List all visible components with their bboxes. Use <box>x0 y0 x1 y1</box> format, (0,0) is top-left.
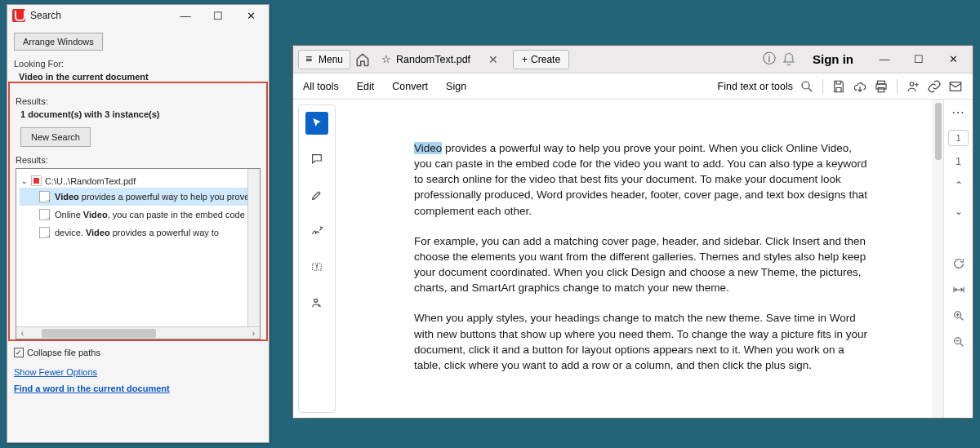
content-scrollbar[interactable] <box>932 100 943 418</box>
search-title: Search <box>30 10 169 21</box>
convert-button[interactable]: Convert <box>392 81 428 92</box>
tab-close-button[interactable]: ✕ <box>482 53 505 66</box>
pdf-icon <box>31 175 42 186</box>
left-tool-rail <box>298 104 336 413</box>
zoom-in-icon[interactable] <box>951 308 967 324</box>
edit-button[interactable]: Edit <box>357 81 375 92</box>
result-hit[interactable]: Online Video, you can paste in the embed… <box>20 206 256 224</box>
print-icon[interactable] <box>874 79 889 94</box>
zoom-out-icon[interactable] <box>951 334 967 350</box>
maximize-button[interactable]: ☐ <box>202 6 234 25</box>
collapse-paths-checkbox[interactable]: ✓ Collapse file paths <box>14 348 262 357</box>
maximize-button[interactable]: ☐ <box>904 50 933 69</box>
bell-icon[interactable] <box>782 52 796 67</box>
show-fewer-options-link[interactable]: Show Fewer Options <box>14 367 262 377</box>
hit-icon <box>39 209 50 220</box>
minimize-button[interactable]: — <box>870 50 899 69</box>
results-tree[interactable]: ⌄ C:\U..\RandomText.pdf Video provides a… <box>16 168 261 339</box>
search-titlebar[interactable]: Search — ☐ ✕ <box>7 5 269 26</box>
share-user-icon[interactable] <box>906 79 920 94</box>
mail-icon[interactable] <box>948 79 963 94</box>
results-vscroll[interactable] <box>247 169 260 326</box>
reader-titlebar[interactable]: Menu ☆ RandomText.pdf ✕ +Create ⓘ Sign i… <box>293 46 973 73</box>
plus-icon: + <box>522 54 528 65</box>
results-summary: 1 document(s) with 3 instance(s) <box>16 109 261 119</box>
checkbox-icon[interactable]: ✓ <box>14 348 24 357</box>
fit-width-icon[interactable] <box>951 282 967 298</box>
save-icon[interactable] <box>831 79 846 94</box>
home-icon[interactable] <box>355 52 370 67</box>
hamburger-icon <box>305 54 315 65</box>
result-hit[interactable]: Video provides a powerful way to help yo… <box>20 188 256 206</box>
svg-rect-3 <box>878 87 884 91</box>
document-tab[interactable]: ☆ RandomText.pdf <box>375 53 477 65</box>
menu-button[interactable]: Menu <box>298 50 350 69</box>
svg-point-0 <box>802 82 809 89</box>
all-tools-button[interactable]: All tools <box>303 81 339 92</box>
sign-tool-icon[interactable] <box>305 220 328 242</box>
svg-point-7 <box>314 299 318 302</box>
new-search-button[interactable]: New Search <box>20 127 91 147</box>
close-button[interactable]: ✕ <box>938 50 968 69</box>
results-label-2: Results: <box>16 155 261 165</box>
close-button[interactable]: ✕ <box>234 6 267 25</box>
page-total: 1 <box>956 156 961 167</box>
paragraph: For example, you can add a matching cove… <box>414 233 871 296</box>
svg-rect-5 <box>950 82 961 91</box>
results-label: Results: <box>16 96 261 106</box>
cloud-icon[interactable] <box>853 79 867 94</box>
star-icon[interactable]: ☆ <box>381 53 391 65</box>
twisty-icon[interactable]: ⌄ <box>21 177 28 185</box>
search-query: Video in the current document <box>14 72 262 82</box>
arrange-windows-button[interactable]: Arrange Windows <box>14 33 103 51</box>
page-current[interactable]: 1 <box>948 130 968 146</box>
create-button[interactable]: +Create <box>513 50 569 69</box>
find-word-link[interactable]: Find a word in the current document <box>14 384 262 393</box>
reader-window: Menu ☆ RandomText.pdf ✕ +Create ⓘ Sign i… <box>292 45 973 419</box>
comment-tool-icon[interactable] <box>305 148 328 171</box>
highlighted-match: Video <box>414 142 442 154</box>
hit-icon <box>39 227 50 238</box>
rotate-icon[interactable] <box>951 255 967 272</box>
sign-in-button[interactable]: Sign in <box>801 52 865 66</box>
result-hit[interactable]: device. Video provides a powerful way to <box>20 224 256 242</box>
acrobat-logo-icon <box>12 9 25 22</box>
result-file-row[interactable]: ⌄ C:\U..\RandomText.pdf <box>20 174 256 188</box>
minimize-button[interactable]: — <box>169 6 202 25</box>
find-label[interactable]: Find text or tools <box>718 81 793 92</box>
highlight-tool-icon[interactable] <box>305 184 328 206</box>
right-rail: ⋯ 1 1 ⌃ ⌄ <box>943 100 973 418</box>
paragraph: Video provides a powerful way to help yo… <box>414 140 871 219</box>
document-content[interactable]: Video provides a powerful way to help yo… <box>341 100 943 418</box>
help-icon[interactable]: ⓘ <box>762 52 777 67</box>
results-highlight-region: Results: 1 document(s) with 3 instance(s… <box>8 82 268 341</box>
sign-button[interactable]: Sign <box>446 81 466 92</box>
more-tools-icon[interactable] <box>305 291 328 314</box>
link-icon[interactable] <box>927 79 942 94</box>
paragraph: When you apply styles, your headings cha… <box>414 310 871 373</box>
page-up-icon[interactable]: ⌃ <box>951 177 967 193</box>
textbox-tool-icon[interactable] <box>305 255 328 278</box>
select-tool-icon[interactable] <box>305 112 328 135</box>
svg-point-4 <box>910 82 914 86</box>
search-icon[interactable] <box>800 79 814 94</box>
more-options-icon[interactable]: ⋯ <box>951 104 965 120</box>
results-hscroll[interactable]: ‹› <box>16 326 260 339</box>
looking-for-label: Looking For: <box>14 59 262 69</box>
reader-toolbar: All tools Edit Convert Sign Find text or… <box>293 73 973 100</box>
result-file-path: C:\U..\RandomText.pdf <box>45 176 136 186</box>
hit-icon <box>39 191 50 202</box>
page-down-icon[interactable]: ⌄ <box>951 203 967 220</box>
search-window: Search — ☐ ✕ Arrange Windows Looking For… <box>7 4 270 443</box>
